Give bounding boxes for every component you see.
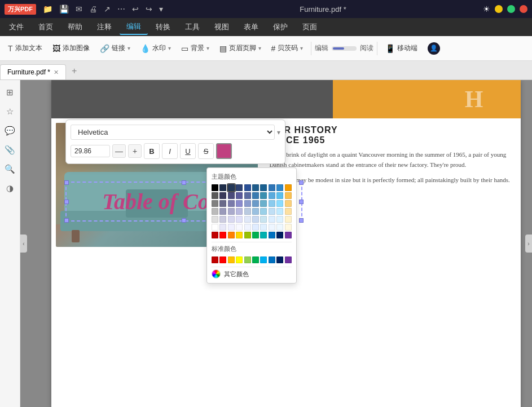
resize-handle-br[interactable]: [299, 218, 304, 223]
header-footer-button[interactable]: ▤ 页眉页脚 ▾: [215, 41, 266, 55]
color-swatch-button[interactable]: [216, 143, 232, 159]
theme-color-cell-15[interactable]: [252, 192, 259, 199]
resize-handle-tl[interactable]: [64, 180, 69, 185]
theme-color-cell-59[interactable]: [285, 224, 292, 231]
standard-color-cell-6[interactable]: [260, 256, 267, 263]
theme-color-cell-30[interactable]: [212, 208, 218, 215]
font-size-decrease-button[interactable]: —: [112, 144, 126, 158]
dropdown-icon[interactable]: ▾: [159, 5, 163, 14]
theme-color-cell-22[interactable]: [228, 200, 235, 207]
resize-handle-ml[interactable]: [64, 200, 69, 204]
collapse-right-handle[interactable]: ›: [525, 235, 532, 253]
theme-color-cell-8[interactable]: [276, 184, 283, 191]
theme-color-cell-65[interactable]: [252, 232, 259, 238]
theme-color-cell-56[interactable]: [260, 224, 267, 231]
new-tab-button[interactable]: +: [66, 63, 82, 79]
minimize-button[interactable]: —: [495, 5, 503, 13]
theme-color-cell-2[interactable]: [228, 184, 235, 191]
bates-button[interactable]: # 贝茨码 ▾: [267, 41, 308, 55]
theme-color-cell-23[interactable]: [236, 200, 243, 207]
toggle-read[interactable]: [344, 47, 355, 50]
theme-color-cell-62[interactable]: [228, 232, 235, 238]
email-icon[interactable]: ✉: [76, 5, 82, 14]
watermark-button[interactable]: 💧 水印 ▾: [136, 41, 175, 55]
theme-color-cell-47[interactable]: [269, 216, 275, 223]
strikethrough-button[interactable]: S: [198, 143, 214, 159]
theme-color-cell-36[interactable]: [260, 208, 267, 215]
sidebar-comment-icon[interactable]: 💬: [2, 123, 18, 139]
standard-color-cell-3[interactable]: [236, 256, 243, 263]
menu-edit[interactable]: 编辑: [120, 19, 148, 35]
theme-color-cell-26[interactable]: [260, 200, 267, 207]
theme-color-cell-41[interactable]: [219, 216, 226, 223]
menu-page[interactable]: 页面: [296, 20, 324, 34]
theme-color-cell-0[interactable]: [212, 184, 218, 191]
theme-color-cell-43[interactable]: [236, 216, 243, 223]
font-size-input[interactable]: [71, 145, 110, 157]
standard-color-cell-2[interactable]: [228, 256, 235, 263]
menu-annotate[interactable]: 注释: [90, 20, 118, 34]
collapse-left-handle[interactable]: ‹: [20, 235, 27, 253]
menu-home[interactable]: 首页: [32, 20, 60, 34]
theme-color-cell-40[interactable]: [212, 216, 218, 223]
theme-color-cell-25[interactable]: [252, 200, 259, 207]
resize-handle-bl[interactable]: [64, 218, 69, 223]
standard-color-cell-9[interactable]: [285, 256, 292, 263]
sidebar-bookmark-icon[interactable]: ☆: [2, 104, 18, 120]
font-family-select[interactable]: Helvetica: [71, 125, 275, 140]
italic-button[interactable]: I: [162, 143, 178, 159]
font-size-increase-button[interactable]: +: [128, 144, 142, 158]
theme-color-cell-3[interactable]: [236, 184, 243, 191]
standard-color-cell-5[interactable]: [252, 256, 259, 263]
theme-color-cell-52[interactable]: [228, 224, 235, 231]
theme-color-cell-49[interactable]: [285, 216, 292, 223]
toggle-edit[interactable]: [333, 47, 344, 50]
standard-color-cell-7[interactable]: [269, 256, 275, 263]
theme-color-cell-20[interactable]: [212, 200, 218, 207]
theme-color-cell-6[interactable]: [260, 184, 267, 191]
document-tab[interactable]: Furniture.pdf * ✕: [0, 64, 66, 79]
mobile-button[interactable]: 📱 移动端: [381, 41, 422, 55]
theme-color-cell-10[interactable]: [212, 192, 218, 199]
theme-color-cell-34[interactable]: [244, 208, 251, 215]
circle-btn[interactable]: 👤: [423, 40, 445, 57]
theme-color-cell-4[interactable]: [244, 184, 251, 191]
theme-color-cell-53[interactable]: [236, 224, 243, 231]
resize-handle-bm[interactable]: [182, 218, 186, 223]
other-colors-button[interactable]: 其它颜色: [212, 269, 292, 278]
redo-icon[interactable]: ↪: [146, 5, 152, 14]
background-button[interactable]: ▭ 背景 ▾: [177, 41, 214, 55]
theme-color-cell-31[interactable]: [219, 208, 226, 215]
sidebar-layers-icon[interactable]: ◑: [2, 180, 18, 196]
theme-color-cell-16[interactable]: [260, 192, 267, 199]
standard-color-cell-8[interactable]: [276, 256, 283, 263]
theme-color-cell-57[interactable]: [269, 224, 275, 231]
theme-color-cell-9[interactable]: [285, 184, 292, 191]
theme-color-cell-11[interactable]: [219, 192, 226, 199]
theme-color-cell-28[interactable]: [276, 200, 283, 207]
theme-color-cell-13[interactable]: [236, 192, 243, 199]
theme-color-cell-21[interactable]: [219, 200, 226, 207]
theme-color-cell-33[interactable]: [236, 208, 243, 215]
theme-color-cell-68[interactable]: [276, 232, 283, 238]
menu-convert[interactable]: 转换: [149, 20, 177, 34]
standard-color-cell-0[interactable]: [212, 256, 218, 263]
theme-color-cell-37[interactable]: [269, 208, 275, 215]
theme-color-cell-42[interactable]: [228, 216, 235, 223]
standard-color-cell-1[interactable]: [219, 256, 226, 263]
theme-color-cell-69[interactable]: [285, 232, 292, 238]
bold-button[interactable]: B: [144, 143, 160, 159]
theme-color-cell-17[interactable]: [269, 192, 275, 199]
theme-color-cell-44[interactable]: [244, 216, 251, 223]
add-text-button[interactable]: T 添加文本: [3, 41, 47, 55]
theme-color-cell-48[interactable]: [276, 216, 283, 223]
theme-color-cell-35[interactable]: [252, 208, 259, 215]
menu-tools[interactable]: 工具: [178, 20, 206, 34]
theme-color-cell-54[interactable]: [244, 224, 251, 231]
folder-icon[interactable]: 📁: [43, 5, 52, 14]
theme-color-cell-60[interactable]: [212, 232, 218, 238]
save-icon[interactable]: 💾: [59, 5, 69, 14]
theme-color-cell-51[interactable]: [219, 224, 226, 231]
maximize-button[interactable]: □: [507, 5, 515, 13]
sidebar-search-icon[interactable]: 🔍: [2, 161, 18, 177]
